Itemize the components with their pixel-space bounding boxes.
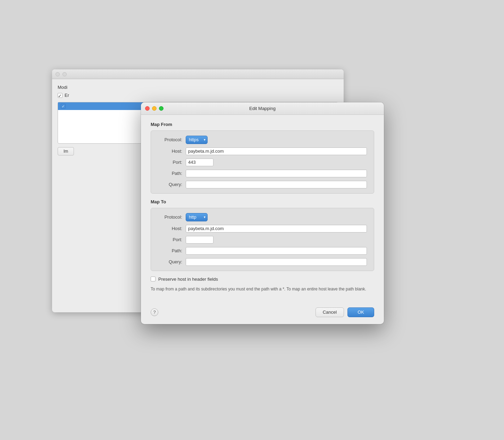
preserve-host-label: Preserve host in header fields [158,277,218,282]
from-query-label: Query: [158,182,182,187]
map-from-box: Protocol: https http ▾ Host: Port: Path [151,130,374,194]
maximize-button[interactable] [159,106,163,111]
bg-traffic-2 [62,72,67,76]
from-protocol-select[interactable]: https http [186,136,208,144]
info-text: To map from a path and its subdirectorie… [151,286,374,292]
to-path-input[interactable] [186,247,367,255]
traffic-lights [145,106,163,111]
preserve-host-checkbox[interactable] [151,277,156,281]
from-protocol-label: Protocol: [158,137,182,142]
to-protocol-label: Protocol: [158,214,182,220]
help-button[interactable]: ? [151,308,158,316]
from-host-input[interactable] [186,147,367,155]
to-host-label: Host: [158,226,182,231]
minimize-button[interactable] [152,106,157,111]
bg-titlebar [52,69,344,79]
to-port-row: Port: [158,236,367,244]
edit-mapping-dialog: Edit Mapping Map From Protocol: https ht… [141,102,384,324]
dialog-titlebar: Edit Mapping [141,102,384,115]
to-host-row: Host: [158,225,367,232]
dialog-title: Edit Mapping [249,106,276,111]
from-query-input[interactable] [186,181,367,188]
to-query-row: Query: [158,258,367,266]
to-path-row: Path: [158,247,367,255]
to-host-input[interactable] [186,225,367,232]
bg-checkbox: ✓ [58,93,62,98]
from-port-input[interactable] [186,159,213,166]
from-host-row: Host: [158,147,367,155]
from-protocol-row: Protocol: https http ▾ [158,136,367,144]
bg-label: Modi [58,85,338,90]
map-from-title: Map From [151,122,374,127]
from-query-row: Query: [158,181,367,188]
to-path-label: Path: [158,248,182,253]
to-query-label: Query: [158,259,182,264]
dialog-footer: ? Cancel OK [141,307,384,324]
ok-button[interactable]: OK [347,307,374,317]
bg-checkbox-row: ✓ Er [58,93,338,98]
to-port-input[interactable] [186,236,213,244]
from-path-label: Path: [158,171,182,176]
from-port-row: Port: [158,159,367,166]
to-protocol-row: Protocol: http https ▾ [158,213,367,221]
cancel-button[interactable]: Cancel [316,307,344,317]
map-to-title: Map To [151,199,374,204]
preserve-host-row: Preserve host in header fields [151,277,374,282]
from-path-row: Path: [158,170,367,177]
to-port-label: Port: [158,237,182,242]
bg-button[interactable]: Im [58,147,74,155]
bg-traffic-1 [56,72,60,76]
from-host-label: Host: [158,149,182,154]
to-protocol-select[interactable]: http https [186,213,208,221]
from-path-input[interactable] [186,170,367,177]
map-to-box: Protocol: http https ▾ Host: Port: Path [151,208,374,271]
from-port-label: Port: [158,160,182,165]
to-query-input[interactable] [186,258,367,266]
bg-checkbox-label: Er [65,93,69,98]
close-button[interactable] [145,106,150,111]
from-protocol-wrapper: https http ▾ [186,136,208,144]
to-protocol-wrapper: http https ▾ [186,213,208,221]
bg-checkbox-blue: ✓ [61,104,66,109]
dialog-body: Map From Protocol: https http ▾ Host: Po… [141,115,384,307]
